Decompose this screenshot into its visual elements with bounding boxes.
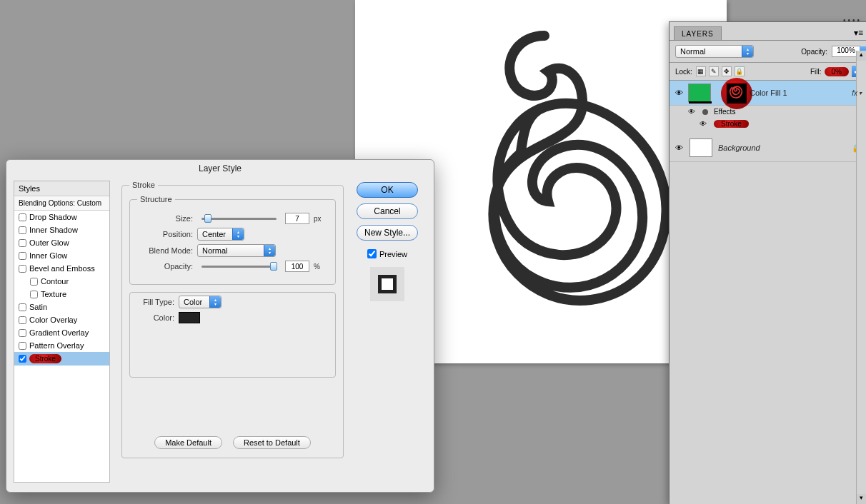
dialog-title: Layer Style	[6, 160, 434, 176]
layers-panel: •••• LAYERS ▾≡ Normal Opacity: 100%▸ Loc…	[669, 21, 866, 504]
layer-color-fill-1[interactable]: 👁 Color Fill 1 fx▾	[670, 81, 866, 106]
styles-list: Styles Blending Options: Custom Drop Sha…	[14, 181, 110, 483]
spiral-artwork	[419, 21, 677, 360]
preview-checkbox[interactable]	[367, 249, 377, 258]
panel-menu-icon[interactable]: ▾≡	[854, 28, 863, 38]
opacity-input[interactable]	[285, 261, 309, 272]
layer-style-dialog: Layer Style Styles Blending Options: Cus…	[6, 159, 434, 493]
structure-fieldset: Structure Size: px Position: Center Blen…	[129, 195, 336, 285]
ok-button[interactable]: OK	[357, 182, 418, 198]
lock-brush-icon[interactable]: ✎	[709, 66, 719, 76]
fx-indicator[interactable]: fx▾	[852, 89, 862, 97]
layer-mask-thumbnail[interactable]	[726, 83, 747, 104]
background-label: Background	[718, 143, 760, 152]
style-texture[interactable]: Texture	[14, 288, 109, 301]
size-input[interactable]	[285, 213, 309, 224]
position-label: Position:	[137, 230, 193, 238]
filltype-fieldset: Fill Type: Color Color:	[129, 292, 336, 378]
size-label: Size:	[137, 214, 193, 223]
layers-tab[interactable]: LAYERS	[674, 26, 722, 40]
effects-dot-icon	[702, 109, 708, 115]
stroke-legend: Stroke	[129, 181, 158, 189]
stroke-effect-highlight: Stroke	[714, 120, 749, 128]
preview-label: Preview	[379, 250, 407, 258]
lock-label: Lock:	[675, 68, 692, 76]
position-select[interactable]: Center	[197, 228, 244, 241]
dialog-buttons: OK Cancel New Style... Preview	[348, 181, 427, 483]
style-inner-shadow[interactable]: Inner Shadow	[14, 223, 109, 236]
layer-opacity-label: Opacity:	[801, 48, 827, 56]
fill-label: Fill:	[810, 68, 822, 76]
color-label: Color:	[137, 313, 174, 322]
lock-icons: ▦ ✎ ✥ 🔒	[696, 66, 745, 76]
layer-name-label[interactable]: Color Fill 1	[750, 89, 787, 97]
visibility-icon[interactable]: 👁	[698, 120, 708, 128]
panel-scrollbar[interactable]: ▴ ▾	[856, 51, 866, 504]
visibility-icon[interactable]: 👁	[687, 108, 697, 116]
scroll-up-icon[interactable]: ▴	[857, 51, 866, 61]
lock-transparency-icon[interactable]: ▦	[696, 66, 706, 76]
effects-sublayer[interactable]: 👁 Effects	[670, 106, 866, 118]
layer-thumbnail[interactable]	[688, 84, 711, 102]
blending-options-row[interactable]: Blending Options: Custom	[14, 196, 109, 211]
lock-all-icon[interactable]: 🔒	[735, 66, 745, 76]
effects-label: Effects	[714, 108, 735, 116]
scroll-down-icon[interactable]: ▾	[857, 494, 866, 504]
style-stroke[interactable]: Stroke	[14, 352, 109, 366]
opacity-unit: %	[314, 263, 320, 271]
size-unit: px	[314, 215, 322, 223]
blendmode-select[interactable]: Normal	[197, 244, 276, 257]
visibility-icon[interactable]: 👁	[674, 89, 684, 97]
background-thumbnail[interactable]	[690, 138, 712, 157]
style-pattern-overlay[interactable]: Pattern Overlay	[14, 339, 109, 352]
layer-blendmode-select[interactable]: Normal	[675, 45, 754, 58]
color-swatch[interactable]	[179, 312, 200, 323]
reset-default-button[interactable]: Reset to Default	[233, 436, 311, 449]
style-color-overlay[interactable]: Color Overlay	[14, 313, 109, 326]
style-contour[interactable]: Contour	[14, 275, 109, 288]
lock-move-icon[interactable]: ✥	[722, 66, 732, 76]
structure-legend: Structure	[137, 195, 175, 203]
style-outer-glow[interactable]: Outer Glow	[14, 236, 109, 249]
cancel-button[interactable]: Cancel	[357, 203, 418, 219]
opacity-slider[interactable]	[201, 266, 277, 268]
size-slider[interactable]	[201, 218, 277, 220]
stroke-settings: Stroke Structure Size: px Position: Cent…	[117, 181, 348, 483]
style-bevel-emboss[interactable]: Bevel and Emboss	[14, 262, 109, 275]
style-inner-glow[interactable]: Inner Glow	[14, 249, 109, 262]
visibility-icon[interactable]: 👁	[674, 143, 684, 152]
filltype-select[interactable]: Color	[179, 296, 222, 308]
make-default-button[interactable]: Make Default	[154, 436, 222, 449]
panel-grip-icon[interactable]: ••••	[843, 16, 862, 24]
opacity-label: Opacity:	[137, 262, 193, 271]
fill-value-highlight[interactable]: 0%	[825, 67, 849, 76]
stroke-sublayer[interactable]: 👁 Stroke	[670, 118, 866, 130]
mask-highlight	[721, 78, 752, 109]
fx-expand-icon: ▾	[859, 90, 862, 96]
style-drop-shadow[interactable]: Drop Shadow	[14, 211, 109, 223]
layers-list: 👁 Color Fill 1 fx▾ 👁 Effects 👁 Stroke 👁	[670, 81, 866, 162]
stroke-fieldset: Stroke Structure Size: px Position: Cent…	[121, 181, 344, 458]
filltype-label: Fill Type:	[137, 298, 174, 306]
styles-header[interactable]: Styles	[14, 181, 109, 196]
stroke-highlight: Stroke	[29, 354, 61, 363]
style-gradient-overlay[interactable]: Gradient Overlay	[14, 326, 109, 339]
preview-swatch	[370, 267, 404, 301]
layer-background[interactable]: 👁 Background 🔒	[670, 134, 866, 162]
new-style-button[interactable]: New Style...	[357, 225, 418, 241]
blendmode-label: Blend Mode:	[137, 246, 193, 255]
style-satin[interactable]: Satin	[14, 301, 109, 313]
